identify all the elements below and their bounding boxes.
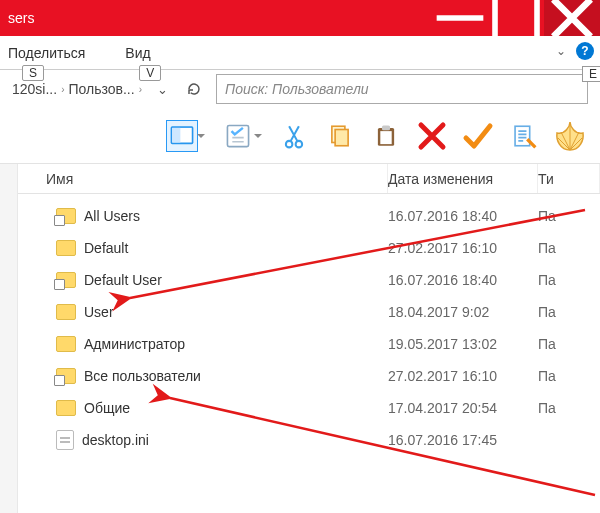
confirm-icon[interactable]	[462, 120, 494, 152]
search-input[interactable]: Поиск: Пользователи	[216, 74, 588, 104]
window-controls	[432, 0, 600, 36]
folder-icon	[56, 272, 76, 288]
breadcrumb-item[interactable]: 120si...	[12, 81, 57, 97]
svg-point-6	[296, 140, 303, 147]
column-headers: Имя Дата изменения Ти	[18, 164, 600, 194]
column-name[interactable]: Имя	[18, 164, 388, 193]
title-bar: sers	[0, 0, 600, 36]
cut-icon[interactable]	[278, 120, 310, 152]
svg-rect-3	[172, 127, 180, 142]
svg-rect-0	[495, 0, 537, 39]
list-item[interactable]: All Users16.07.2016 18:40Па	[18, 200, 600, 232]
folder-icon	[56, 304, 76, 320]
svg-point-5	[286, 140, 293, 147]
folder-icon	[56, 336, 76, 352]
file-name: Default	[84, 240, 128, 256]
tab-share[interactable]: Поделиться S	[8, 45, 85, 61]
list-item[interactable]: desktop.ini16.07.2016 17:45	[18, 424, 600, 456]
ribbon-tabs: Поделиться S Вид V ⌄ ? E	[0, 36, 600, 70]
file-date: 16.07.2016 18:40	[388, 272, 538, 288]
column-type[interactable]: Ти	[538, 164, 600, 193]
maximize-button[interactable]	[488, 0, 544, 36]
svg-rect-4	[227, 125, 248, 146]
file-name: User	[84, 304, 114, 320]
list-item[interactable]: User18.04.2017 9:02Па	[18, 296, 600, 328]
minimize-button[interactable]	[432, 0, 488, 36]
file-type: Па	[538, 304, 600, 320]
file-date: 16.07.2016 17:45	[388, 432, 538, 448]
file-type: Па	[538, 400, 600, 416]
options-button[interactable]	[222, 120, 254, 152]
list-item[interactable]: Все пользователи27.02.2017 16:10Па	[18, 360, 600, 392]
file-date: 18.04.2017 9:02	[388, 304, 538, 320]
toolbar	[0, 108, 600, 164]
refresh-icon[interactable]	[182, 77, 206, 101]
file-type: Па	[538, 368, 600, 384]
file-icon	[56, 430, 74, 450]
tab-view[interactable]: Вид V	[125, 45, 150, 61]
file-name: Общие	[84, 400, 130, 416]
list-item[interactable]: Общие17.04.2017 20:54Па	[18, 392, 600, 424]
file-date: 19.05.2017 13:02	[388, 336, 538, 352]
file-name: Все пользователи	[84, 368, 201, 384]
file-date: 16.07.2016 18:40	[388, 208, 538, 224]
list-item[interactable]: Default27.02.2017 16:10Па	[18, 232, 600, 264]
file-name: Администратор	[84, 336, 185, 352]
copy-icon[interactable]	[324, 120, 356, 152]
ribbon-collapse-icon[interactable]: ⌄	[556, 44, 566, 58]
folder-icon	[56, 208, 76, 224]
keytip: V	[139, 65, 161, 81]
file-name: Default User	[84, 272, 162, 288]
file-list: All Users16.07.2016 18:40ПаDefault27.02.…	[18, 194, 600, 462]
file-name: All Users	[84, 208, 140, 224]
file-panel: Имя Дата изменения Ти All Users16.07.201…	[18, 164, 600, 513]
breadcrumb[interactable]: 120si... › Пользов... ›	[12, 81, 142, 97]
column-date[interactable]: Дата изменения	[388, 164, 538, 193]
file-type: Па	[538, 240, 600, 256]
chevron-right-icon: ›	[139, 84, 142, 95]
file-name: desktop.ini	[82, 432, 149, 448]
help-icon[interactable]: ?	[576, 42, 594, 60]
shell-icon[interactable]	[554, 120, 586, 152]
view-layout-button[interactable]	[166, 120, 198, 152]
file-date: 17.04.2017 20:54	[388, 400, 538, 416]
file-type: Па	[538, 208, 600, 224]
svg-rect-12	[515, 126, 530, 146]
keytip: E	[582, 66, 600, 82]
file-type: Па	[538, 272, 600, 288]
tab-label: Вид	[125, 45, 150, 61]
window-title: sers	[8, 10, 34, 26]
list-item[interactable]: Администратор19.05.2017 13:02Па	[18, 328, 600, 360]
delete-icon[interactable]	[416, 120, 448, 152]
svg-rect-8	[335, 129, 348, 145]
close-button[interactable]	[544, 0, 600, 36]
chevron-right-icon: ›	[61, 84, 64, 95]
paste-icon[interactable]	[370, 120, 402, 152]
tab-label: Поделиться	[8, 45, 85, 61]
sidebar[interactable]	[0, 164, 18, 513]
properties-icon[interactable]	[508, 120, 540, 152]
file-type: Па	[538, 336, 600, 352]
history-dropdown-icon[interactable]: ⌄	[150, 77, 174, 101]
main-area: Имя Дата изменения Ти All Users16.07.201…	[0, 164, 600, 513]
file-date: 27.02.2017 16:10	[388, 368, 538, 384]
folder-icon	[56, 400, 76, 416]
svg-rect-11	[382, 125, 390, 130]
folder-icon	[56, 368, 76, 384]
address-bar-row: 120si... › Пользов... › ⌄ Поиск: Пользов…	[0, 70, 600, 108]
svg-rect-10	[380, 131, 391, 144]
file-date: 27.02.2017 16:10	[388, 240, 538, 256]
list-item[interactable]: Default User16.07.2016 18:40Па	[18, 264, 600, 296]
keytip: S	[22, 65, 44, 81]
breadcrumb-item[interactable]: Пользов...	[68, 81, 134, 97]
folder-icon	[56, 240, 76, 256]
